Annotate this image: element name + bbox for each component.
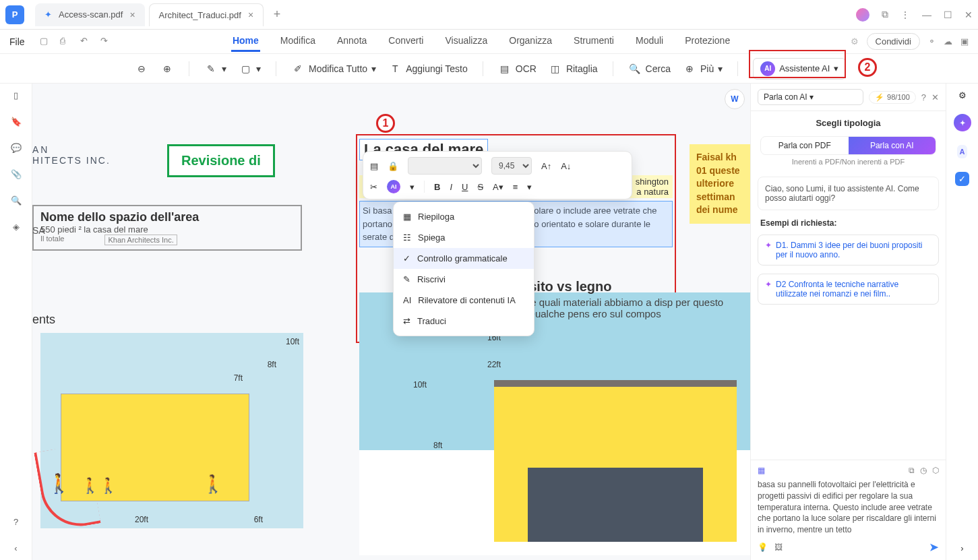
footer-doc-icon[interactable]: ▦ bbox=[758, 466, 765, 475]
tab-protect[interactable]: Protezione bbox=[683, 31, 731, 52]
ai-input-preview[interactable]: basa su pannelli fotovoltaici per l'elet… bbox=[758, 479, 939, 536]
close-window-icon[interactable]: ✕ bbox=[965, 9, 973, 20]
text-fragment: a natura bbox=[636, 187, 669, 197]
ai-menu-explain[interactable]: ☷Spiega bbox=[394, 227, 534, 248]
image-icon[interactable]: 🖼 bbox=[774, 542, 783, 552]
check-icon[interactable]: ✓ bbox=[955, 172, 969, 186]
mode-hint: Inerenti a PDF/Non inerenti a PDF bbox=[751, 158, 946, 166]
print-icon[interactable]: ⎙ bbox=[60, 36, 72, 48]
cut-icon[interactable]: ✂ bbox=[370, 182, 377, 192]
new-tab-button[interactable]: + bbox=[268, 7, 286, 22]
edit-all-button[interactable]: ✐Modifica Tutto▾ bbox=[291, 62, 376, 75]
text-edit-toolbar: ▤ 🔒 9,45 A↑ A↓ ✂ AI▾ B I U S A▾ ≡ ▾ bbox=[363, 151, 632, 199]
footer-copy-icon[interactable]: ⧉ bbox=[909, 466, 915, 475]
italic-icon[interactable]: I bbox=[450, 182, 452, 192]
ai-dropdown-icon[interactable]: AI bbox=[387, 180, 400, 193]
comments-icon[interactable]: 💬 bbox=[11, 143, 22, 153]
tab-edit[interactable]: Modifica bbox=[279, 31, 317, 52]
panel-close-icon[interactable]: ✕ bbox=[931, 92, 939, 102]
maximize-icon[interactable]: ☐ bbox=[944, 9, 952, 20]
sitemap-icon[interactable]: ⚬ bbox=[928, 36, 936, 46]
bookmark-icon: ✦ bbox=[44, 9, 52, 20]
tab-tools[interactable]: Strumenti bbox=[572, 31, 615, 52]
expand-rail-icon[interactable]: › bbox=[960, 543, 963, 553]
tab-active[interactable]: Architect_Traduci.pdf × bbox=[149, 3, 264, 26]
pill-pdf[interactable]: Parla con PDF bbox=[761, 137, 849, 154]
footer-history-icon[interactable]: ◷ bbox=[920, 466, 927, 475]
example-prompt-1[interactable]: ✦D1. Dammi 3 idee per dei buoni proposit… bbox=[758, 235, 939, 266]
properties-icon[interactable]: ▤ bbox=[370, 161, 378, 171]
more-format-icon[interactable]: ▾ bbox=[527, 182, 532, 192]
attachments-icon[interactable]: 📎 bbox=[11, 169, 22, 179]
add-text-button[interactable]: TAggiungi Testo bbox=[388, 62, 468, 75]
kebab-icon[interactable]: ⋮ bbox=[900, 9, 910, 20]
restore-window-icon[interactable]: ⧉ bbox=[882, 9, 888, 20]
underline-icon[interactable]: U bbox=[462, 182, 468, 192]
summarize-icon: ▦ bbox=[403, 212, 411, 222]
tab-home[interactable]: Home bbox=[231, 31, 260, 52]
ai-badge-icon[interactable]: A bbox=[957, 145, 968, 158]
highlighter-button[interactable]: ✎▾ bbox=[204, 62, 226, 75]
ai-menu-detector[interactable]: AIRilevatore di contenuti IA bbox=[394, 290, 534, 311]
font-family-select[interactable] bbox=[408, 157, 482, 175]
revision-annotation[interactable]: Revisione di bbox=[167, 144, 275, 177]
search-button[interactable]: 🔍Cerca bbox=[628, 62, 671, 75]
send-icon[interactable]: ➤ bbox=[929, 540, 939, 555]
font-color-icon[interactable]: A▾ bbox=[493, 182, 503, 192]
ai-menu-summarize[interactable]: ▦Riepiloga bbox=[394, 206, 534, 227]
tab-inactive[interactable]: ✦ Access-scan.pdf × bbox=[35, 3, 145, 26]
adjust-icon[interactable]: ⚙ bbox=[958, 90, 967, 100]
font-size-select[interactable]: 9,45 bbox=[491, 157, 532, 175]
zoom-out-button[interactable]: ⊖ bbox=[135, 62, 148, 75]
tab-forms[interactable]: Moduli bbox=[634, 31, 665, 52]
lock-icon[interactable]: 🔒 bbox=[388, 161, 398, 171]
crop-button[interactable]: ◫Ritaglia bbox=[549, 62, 598, 75]
tab-view[interactable]: Visualizza bbox=[444, 31, 489, 52]
dim-label: 6ft bbox=[254, 515, 263, 524]
bulb-icon[interactable]: 💡 bbox=[758, 542, 768, 552]
footer-settings-icon[interactable]: ⬡ bbox=[932, 466, 939, 475]
ai-menu-rewrite[interactable]: ✎Riscrivi bbox=[394, 269, 534, 290]
close-icon[interactable]: × bbox=[129, 9, 135, 20]
example-prompt-2[interactable]: ✦D2 Confronta le tecniche narrative util… bbox=[758, 274, 939, 305]
search-icon[interactable]: 🔍 bbox=[11, 195, 22, 206]
cloud-icon[interactable]: ☁ bbox=[944, 36, 952, 46]
share-button[interactable]: Condividi bbox=[867, 33, 920, 50]
save-icon[interactable]: ▢ bbox=[40, 36, 52, 48]
file-menu[interactable]: File bbox=[9, 36, 25, 47]
tab-annotate[interactable]: Annota bbox=[336, 31, 368, 52]
sticky-note[interactable]: Faisal kh 01 queste ulteriore settiman d… bbox=[690, 144, 750, 224]
tab-organize[interactable]: Organizza bbox=[508, 31, 553, 52]
panel-help-icon[interactable]: ? bbox=[921, 92, 926, 102]
collapse-icon[interactable]: ‹ bbox=[14, 543, 17, 553]
ai-menu-grammar[interactable]: ✓Controllo grammaticale bbox=[394, 248, 534, 269]
undo-icon[interactable]: ↶ bbox=[80, 36, 92, 48]
minimize-icon[interactable]: — bbox=[922, 9, 931, 20]
layers-icon[interactable]: ◈ bbox=[13, 222, 20, 232]
bold-icon[interactable]: B bbox=[434, 182, 440, 192]
redo-icon[interactable]: ↷ bbox=[100, 36, 113, 48]
thumbnails-icon[interactable]: ▯ bbox=[13, 90, 18, 100]
help-icon[interactable]: ? bbox=[13, 517, 18, 527]
ai-menu-translate[interactable]: ⇄Traduci bbox=[394, 311, 534, 332]
window-controls: ⧉ ⋮ — ☐ ✕ bbox=[856, 8, 973, 22]
tab-convert[interactable]: Converti bbox=[387, 31, 425, 52]
ocr-button[interactable]: ▤OCR bbox=[498, 62, 537, 75]
shape-button[interactable]: ▢▾ bbox=[239, 62, 261, 75]
export-word-icon[interactable]: W bbox=[725, 89, 745, 109]
increase-font-icon[interactable]: A↑ bbox=[541, 161, 551, 171]
pill-ai[interactable]: Parla con AI bbox=[849, 137, 936, 154]
ai-rail-icon[interactable]: ✦ bbox=[954, 114, 971, 131]
decrease-font-icon[interactable]: A↓ bbox=[561, 161, 571, 171]
bookmarks-icon[interactable]: 🔖 bbox=[11, 117, 22, 127]
more-button[interactable]: ⊕Più▾ bbox=[683, 62, 723, 75]
strike-icon[interactable]: S bbox=[477, 182, 483, 192]
close-icon[interactable]: × bbox=[248, 9, 253, 20]
ai-mode-select[interactable]: Parla con AI ▾ bbox=[758, 89, 863, 105]
user-avatar[interactable] bbox=[856, 8, 869, 22]
align-icon[interactable]: ≡ bbox=[513, 182, 518, 192]
zoom-in-button[interactable]: ⊕ bbox=[160, 62, 174, 75]
bulb-icon[interactable]: ⚙ bbox=[851, 36, 859, 46]
panel-icon[interactable]: ▣ bbox=[960, 36, 969, 46]
document-canvas[interactable]: 1 W AN HITECTS INC. Revisione di Nome de… bbox=[32, 84, 750, 560]
